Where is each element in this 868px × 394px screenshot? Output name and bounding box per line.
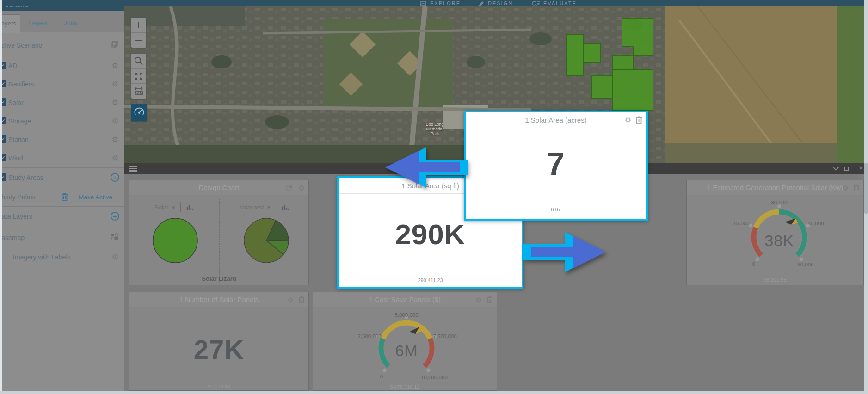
chart-type-icon[interactable] (285, 184, 293, 193)
restore-dashboard-icon[interactable] (844, 166, 850, 171)
layer-gear-icon[interactable]: ⚙ (112, 154, 118, 162)
layer-gear-icon[interactable]: ⚙ (112, 98, 118, 107)
select-caret-icon[interactable]: ▾ (172, 204, 175, 210)
nav-explore-label: EXPLORE (430, 0, 461, 6)
zoom-toolbar (131, 18, 146, 48)
zoom-out-button[interactable] (131, 32, 146, 47)
chart-footer-label: Solar Lizard (129, 275, 308, 282)
sidebar-tabs: Layers Legend Jobs (0, 11, 124, 32)
tab-legend[interactable]: Legend (24, 14, 54, 33)
add-data-layer-button[interactable]: + (111, 212, 119, 221)
gauge-tick: 0 (380, 374, 383, 379)
basemap-grid-icon[interactable] (111, 233, 118, 242)
layer-gear-icon[interactable]: ⚙ (112, 61, 118, 70)
panel-settings-icon[interactable]: ⚙ (287, 296, 294, 304)
divider (0, 206, 124, 207)
panel-delete-icon[interactable] (853, 184, 860, 193)
gauge-tick: 7,500,000 (433, 333, 456, 339)
page-scrollbar[interactable] (864, 0, 868, 394)
pencil-icon (478, 0, 485, 6)
panel-header: 1 Number of Solar Panels ⚙ (129, 292, 308, 307)
panel-title: 1 Cost Solar Panels ($) (313, 292, 497, 307)
default-extent-button[interactable] (131, 68, 146, 83)
make-active-link[interactable]: Make Active (79, 194, 112, 201)
pie-chart-solar-test (241, 215, 292, 266)
search-map-button[interactable] (131, 54, 146, 68)
scrollbar-thumb[interactable] (864, 163, 868, 214)
pie-chart-solar (150, 215, 201, 266)
divider (180, 202, 181, 212)
gauge-tick: 0 (752, 261, 755, 267)
divider (0, 227, 124, 227)
geoplanner-app: EXPLORE DESIGN EVALUATE Contents « Layer… (0, 0, 868, 394)
gauge-tick: 45,000 (807, 221, 824, 226)
panel-settings-icon[interactable]: ⚙ (842, 184, 849, 192)
card-delete-icon[interactable] (635, 116, 642, 126)
evaluate-icon (532, 0, 540, 6)
panel-settings-icon[interactable]: ⚙ (475, 296, 482, 304)
panel-title: 1 Number of Solar Panels (129, 292, 308, 307)
nav-evaluate[interactable]: EVALUATE (532, 0, 577, 6)
layer-row: ✓ Gasifiers ⚙ (0, 77, 124, 92)
study-areas-label: Study Areas (8, 174, 43, 181)
design-chart-left: Solar ▾ (129, 196, 219, 271)
layer-select[interactable]: Solar (154, 204, 168, 211)
add-study-area-button[interactable]: + (111, 173, 119, 182)
kpi-value: 290K (339, 218, 522, 251)
plus-icon (131, 18, 146, 32)
measure-swipe-button[interactable] (131, 83, 146, 98)
scenario-pages-icon[interactable] (111, 41, 118, 50)
design-chart-panel: Design Chart ⚙ Solar ▾ (129, 180, 309, 285)
layer-select[interactable]: solar test (240, 204, 264, 211)
zoom-in-button[interactable] (131, 18, 146, 32)
select-caret-icon[interactable]: ▾ (268, 204, 271, 210)
delete-study-area-icon[interactable] (61, 193, 68, 203)
search-icon (131, 54, 146, 68)
map-place-label: Bob Long Memorial Park (419, 122, 451, 136)
active-scenario-label: Active Scenario (0, 42, 42, 49)
card-settings-icon[interactable]: ⚙ (625, 116, 631, 124)
solar-panel-count-panel: 1 Number of Solar Panels ⚙ 27K 27,170.86 (129, 292, 309, 391)
window-edge (0, 391, 864, 394)
nav-evaluate-label: EVALUATE (543, 0, 577, 6)
gauge-tick: 30,000 (771, 200, 787, 205)
study-areas-row: ✓ Study Areas + (0, 170, 124, 186)
study-area-item-row: Shady Palms Make Active (0, 190, 124, 205)
card-title: 1 Solar Area (acres) (466, 112, 646, 128)
cost-solar-panel: 1 Cost Solar Panels ($) ⚙ (313, 292, 497, 391)
gauge-exact-value: 5,678,710.12 (313, 384, 497, 390)
layer-gear-icon[interactable]: ⚙ (112, 80, 118, 88)
bar-chart-icon[interactable] (282, 204, 289, 211)
panel-delete-icon[interactable] (298, 296, 305, 305)
gauge-tick: 60,000 (797, 262, 813, 267)
layer-label: Solar (8, 99, 24, 106)
collapse-dashboard-icon[interactable] (833, 165, 839, 171)
explore-icon (420, 0, 427, 6)
kpi-exact-value: 27,170.86 (129, 384, 308, 389)
tab-layers[interactable]: Layers (0, 14, 20, 33)
gauge-value: 6M (395, 342, 418, 360)
solar-area-acres-card[interactable]: 1 Solar Area (acres) ⚙ 7 6.67 (464, 111, 648, 221)
close-dashboard-icon[interactable]: × (859, 164, 863, 172)
data-layers-label: Data Layers (0, 213, 32, 220)
layer-label: Gasifiers (8, 80, 34, 88)
basemap-row: Basemap (0, 230, 124, 246)
kpi-exact-value: 290,411.23 (339, 277, 522, 283)
nav-explore[interactable]: EXPLORE (420, 0, 461, 6)
layer-gear-icon[interactable]: ⚙ (112, 117, 118, 125)
top-nav-bar: EXPLORE DESIGN EVALUATE (0, 0, 868, 6)
dashboard-menu-icon[interactable] (129, 166, 137, 171)
layer-gear-icon[interactable]: ⚙ (112, 135, 118, 144)
speedometer-icon (131, 104, 147, 121)
kpi-exact-value: 6.67 (466, 207, 646, 212)
divider (276, 202, 276, 212)
bar-chart-icon[interactable] (186, 204, 194, 211)
panel-settings-icon[interactable]: ⚙ (298, 184, 305, 192)
basemap-gear-icon[interactable]: ⚙ (112, 252, 118, 261)
gauge-tick: 5,000,000 (394, 312, 418, 318)
potential-solar-panel: 1 Estimated Generation Potential Solar (… (686, 180, 864, 285)
nav-design[interactable]: DESIGN (478, 0, 513, 6)
panel-delete-icon[interactable] (486, 296, 493, 305)
tab-jobs[interactable]: Jobs (59, 14, 82, 33)
dashboard-toggle-button[interactable] (131, 104, 147, 121)
